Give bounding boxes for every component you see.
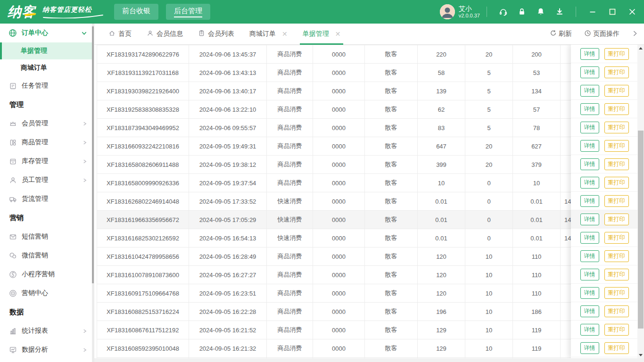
table-row[interactable]: XF1831931742890622976 2024-09-06 13:45:3… [97,45,638,64]
reprint-button[interactable]: 重打印 [604,66,629,78]
sidebar-item-marketing-center[interactable]: 营销中心 [0,284,94,303]
vertical-scrollbar-thumb[interactable] [638,131,644,329]
reprint-button[interactable]: 重打印 [604,158,629,170]
row-actions: 详情 重打印 [571,192,638,210]
reprint-button[interactable]: 重打印 [604,305,629,317]
detail-button[interactable]: 详情 [580,287,599,299]
table-row[interactable]: XF1831626802246914048 2024-09-05 17:33:5… [97,192,638,211]
sidebar-item-mall-orders[interactable]: 商城订单 [0,59,94,76]
detail-button[interactable]: 详情 [580,214,599,225]
tab-member-info[interactable]: 会员信息 [147,24,183,44]
table-row[interactable]: XF1831873943049469952 2024-09-06 09:55:5… [97,119,638,137]
support-icon[interactable] [494,0,512,24]
table-row[interactable]: XF1831930398221926400 2024-09-06 13:40:1… [97,82,638,100]
detail-button[interactable]: 详情 [580,250,599,262]
reprint-button[interactable]: 重打印 [604,122,629,133]
minimize-button[interactable] [583,0,603,24]
detail-button[interactable]: 详情 [580,305,599,317]
sidebar-item-analysis[interactable]: 数据分析 [0,340,94,359]
detail-button[interactable]: 详情 [580,342,599,354]
sidebar-scrollbar[interactable] [92,24,94,362]
tab-member-list[interactable]: 会员列表 [198,24,234,44]
lock-icon[interactable] [512,0,531,24]
close-icon[interactable]: ✕ [282,31,288,37]
table-row[interactable]: XF1831616825302126592 2024-09-05 16:54:1… [97,229,638,247]
sidebar-section-data: 数据 [0,303,94,321]
table-row[interactable]: XF1831610078910873600 2024-09-05 16:27:2… [97,266,638,284]
tab-order-docs[interactable]: 单据管理 ✕ [303,24,341,44]
reprint-button[interactable]: 重打印 [604,85,629,97]
close-icon[interactable]: ✕ [335,31,341,37]
detail-button[interactable]: 详情 [580,85,599,97]
reprint-button[interactable]: 重打印 [604,177,629,189]
sidebar-item-sms-marketing[interactable]: 短信营销 [0,227,94,246]
detail-button[interactable]: 详情 [580,140,599,152]
table-row[interactable]: XF1831608592395010048 2024-09-05 16:21:3… [97,339,638,358]
reprint-button[interactable]: 重打印 [604,269,629,280]
sidebar-item-miniprogram-marketing[interactable]: 小程序营销 [0,265,94,284]
sidebar-item-inventory[interactable]: 库存管理 [0,152,94,171]
page-actions-button[interactable]: 页面操作 [584,30,619,38]
scroll-down-arrow[interactable] [637,352,644,358]
tab-mall-orders[interactable]: 商城订单 ✕ [249,24,288,44]
sidebar-item-order-docs[interactable]: 单据管理 [0,42,94,59]
detail-button[interactable]: 详情 [580,195,599,207]
sidebar-item-members[interactable]: 会员管理 [0,114,94,133]
sidebar-item-products[interactable]: 商品管理 [0,133,94,152]
table-row[interactable]: XF1831609175109664768 2024-09-05 16:23:5… [97,284,638,303]
reprint-button[interactable]: 重打印 [604,287,629,299]
detail-button[interactable]: 详情 [580,269,599,280]
reprint-button[interactable]: 重打印 [604,48,629,60]
refresh-button[interactable]: 刷新 [550,30,572,38]
table-row[interactable]: XF1831608676117512192 2024-09-05 16:21:5… [97,321,638,339]
inventory-icon [8,157,17,165]
detail-button[interactable]: 详情 [580,232,599,244]
tab-home[interactable]: 首页 [108,24,132,44]
detail-button[interactable]: 详情 [580,48,599,60]
detail-button[interactable]: 详情 [580,66,599,78]
horizontal-scrollbar[interactable] [94,358,644,362]
reprint-button[interactable]: 重打印 [604,140,629,152]
reprint-button[interactable]: 重打印 [604,195,629,207]
scroll-up-arrow[interactable] [637,45,644,51]
detail-button[interactable]: 详情 [580,103,599,115]
chevron-right-icon[interactable] [632,30,638,38]
table-row[interactable]: XF1831619663356956672 2024-09-05 17:05:2… [97,211,638,229]
reprint-button[interactable]: 重打印 [604,103,629,115]
detail-button[interactable]: 详情 [580,122,599,133]
table-row[interactable]: XF1831931139217031168 2024-09-06 13:43:1… [97,64,638,82]
reprint-button[interactable]: 重打印 [604,214,629,225]
vertical-scrollbar[interactable] [637,45,644,358]
sidebar-scrollbar-thumb[interactable] [92,26,94,283]
table-row[interactable]: XF1831608825153716224 2024-09-05 16:22:2… [97,303,638,321]
detail-button[interactable]: 详情 [580,158,599,170]
table-row[interactable]: XF1831658082606911488 2024-09-05 19:38:1… [97,156,638,174]
reprint-button[interactable]: 重打印 [604,342,629,354]
sidebar-item-reports[interactable]: 统计报表 [0,321,94,340]
top-nav: 前台收银 后台管理 [114,4,210,20]
reprint-button[interactable]: 重打印 [604,232,629,244]
sidebar-item-tasks[interactable]: 任务管理 [0,76,94,95]
front-cashier-button[interactable]: 前台收银 [114,4,158,20]
download-icon[interactable] [550,0,569,24]
maximize-button[interactable] [603,0,622,24]
table-row[interactable]: XF1831925838308835328 2024-09-06 13:22:1… [97,100,638,119]
bell-icon[interactable] [531,0,550,24]
reprint-button[interactable]: 重打印 [604,324,629,336]
table-row[interactable]: XF1831610424789958656 2024-09-05 16:28:4… [97,247,638,266]
sidebar-section-marketing: 营销 [0,208,94,227]
close-button[interactable] [622,0,642,24]
user-info[interactable]: 艾小 v2.0.0.37 [440,4,480,19]
cell-time: 2024-09-05 16:23:51 [189,284,267,302]
sidebar-item-staff[interactable]: 员工管理 [0,171,94,189]
sidebar-item-order-center[interactable]: 订单中心 [0,24,94,42]
backend-manage-button[interactable]: 后台管理 [166,4,210,20]
sidebar-item-logistics[interactable]: 货流管理 [0,189,94,208]
detail-button[interactable]: 详情 [580,177,599,189]
detail-button[interactable]: 详情 [580,324,599,336]
sidebar-item-wechat-marketing[interactable]: 微信营销 [0,246,94,265]
reprint-button[interactable]: 重打印 [604,250,629,262]
chevron-right-icon [82,121,87,126]
table-row[interactable]: XF1831660932242210816 2024-09-05 19:49:3… [97,137,638,156]
table-row[interactable]: XF1831658009990926336 2024-09-05 19:37:5… [97,174,638,192]
